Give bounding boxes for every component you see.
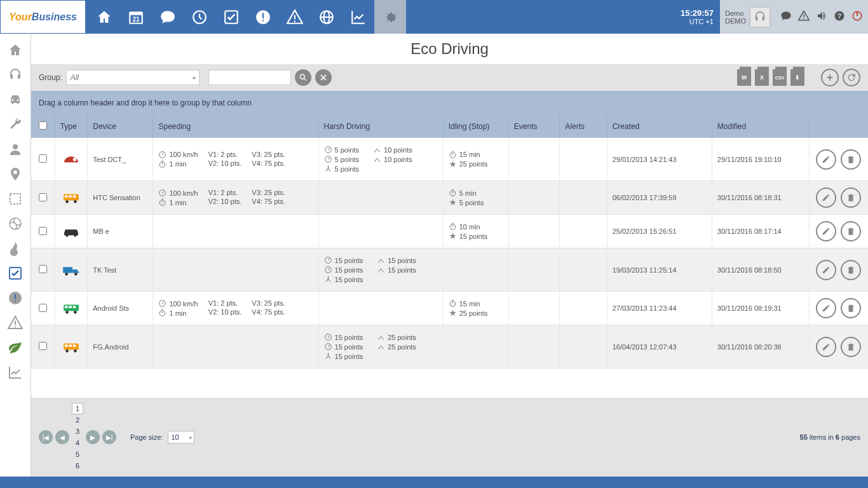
- side-support[interactable]: [0, 62, 31, 87]
- cell-type: [55, 138, 88, 181]
- row-checkbox[interactable]: [39, 227, 47, 235]
- header-created[interactable]: Created: [607, 115, 712, 138]
- nav-chat[interactable]: [152, 0, 184, 34]
- delete-button[interactable]: [841, 149, 861, 170]
- nav-clock[interactable]: [184, 0, 215, 34]
- side-alerts[interactable]: [0, 285, 31, 310]
- group-value: All: [71, 73, 79, 82]
- nav-warnings[interactable]: [279, 0, 311, 34]
- edit-button[interactable]: [816, 260, 836, 280]
- cell-actions: [809, 292, 868, 325]
- side-reports[interactable]: [0, 360, 31, 384]
- export-word[interactable]: W: [737, 69, 751, 86]
- row-checkbox-cell: [31, 248, 55, 292]
- edit-button[interactable]: [816, 298, 836, 318]
- warn-icon[interactable]: [798, 10, 810, 24]
- header-alerts[interactable]: Alerts: [560, 115, 607, 138]
- nav-calendar[interactable]: 21: [120, 0, 152, 34]
- row-checkbox[interactable]: [39, 304, 47, 312]
- row-checkbox[interactable]: [39, 342, 47, 350]
- side-warn[interactable]: [0, 310, 31, 335]
- edit-button[interactable]: [816, 221, 836, 241]
- group-label: Group:: [39, 73, 62, 82]
- info-pages-label: pages: [841, 433, 860, 441]
- row-checkbox[interactable]: [39, 193, 47, 201]
- nav-reports[interactable]: [342, 0, 374, 34]
- power-icon[interactable]: [851, 10, 863, 24]
- export-csv[interactable]: CSV: [773, 69, 787, 86]
- chat-icon[interactable]: [780, 10, 792, 24]
- add-button[interactable]: +: [821, 69, 839, 86]
- header-device[interactable]: Device: [88, 115, 153, 138]
- page-size-value: 10: [171, 433, 179, 441]
- side-fuel[interactable]: [0, 236, 31, 261]
- header-harsh[interactable]: Harsh Driving: [318, 115, 443, 138]
- logo[interactable]: YourBusiness: [0, 0, 86, 34]
- side-eco[interactable]: [0, 335, 31, 360]
- sound-icon[interactable]: [816, 10, 827, 24]
- group-hint[interactable]: Drag a column header and drop it here to…: [31, 91, 868, 115]
- cell-created: 19/03/2013 11:25:14: [607, 248, 712, 292]
- page-title: Eco Driving: [31, 34, 868, 64]
- clear-button[interactable]: [315, 69, 332, 86]
- side-zones[interactable]: [0, 186, 31, 211]
- side-tasks[interactable]: [0, 261, 31, 285]
- export-pdf[interactable]: ⬇: [790, 69, 804, 86]
- header-modified[interactable]: Modified: [712, 115, 809, 138]
- side-maintenance[interactable]: [0, 112, 31, 137]
- delete-button[interactable]: [841, 221, 861, 241]
- row-checkbox[interactable]: [39, 265, 47, 273]
- cell-modified: 30/11/2016 08:20:38: [712, 325, 809, 369]
- side-places[interactable]: [0, 161, 31, 186]
- pager-prev[interactable]: ◀: [55, 430, 69, 444]
- delete-button[interactable]: [841, 337, 861, 357]
- cell-actions: [809, 248, 868, 292]
- select-all-checkbox[interactable]: [39, 121, 47, 130]
- nav-settings[interactable]: [374, 0, 406, 34]
- refresh-button[interactable]: [843, 69, 860, 86]
- pager-page-5[interactable]: 5: [72, 449, 83, 460]
- edit-button[interactable]: [816, 149, 836, 170]
- top-nav: 21: [86, 0, 406, 34]
- nav-globe[interactable]: [311, 0, 342, 34]
- export-excel[interactable]: X: [755, 69, 769, 86]
- header-type[interactable]: Type: [55, 115, 88, 138]
- pager-page-2[interactable]: 2: [72, 414, 83, 426]
- group-select[interactable]: All: [66, 70, 200, 85]
- user-box[interactable]: Demo DEMO: [720, 0, 775, 34]
- help-icon[interactable]: [834, 10, 845, 24]
- pager-last[interactable]: ▶|: [102, 430, 116, 444]
- edit-button[interactable]: [816, 187, 836, 208]
- side-drivers[interactable]: [0, 137, 31, 161]
- row-checkbox[interactable]: [39, 154, 47, 163]
- pager-page-6[interactable]: 6: [72, 460, 83, 471]
- pager-first[interactable]: |◀: [39, 430, 53, 444]
- header-idling[interactable]: Idling (Stop): [443, 115, 508, 138]
- nav-home[interactable]: [88, 0, 120, 34]
- pager-page-4[interactable]: 4: [72, 437, 83, 449]
- delete-button[interactable]: [841, 298, 861, 318]
- delete-button[interactable]: [841, 187, 861, 208]
- pager-next[interactable]: ▶: [86, 430, 100, 444]
- page-size-select[interactable]: 10: [168, 431, 194, 444]
- header-events[interactable]: Events: [508, 115, 560, 138]
- info-items-label: items in: [810, 433, 834, 441]
- side-home[interactable]: [0, 37, 31, 62]
- search-input[interactable]: [208, 70, 291, 85]
- search-button[interactable]: [295, 69, 311, 86]
- header-speeding[interactable]: Speeding: [153, 115, 318, 138]
- pager-page-1[interactable]: 1: [72, 403, 83, 414]
- side-vehicles[interactable]: [0, 87, 31, 112]
- cell-speeding: [153, 325, 318, 369]
- delete-button[interactable]: [841, 260, 861, 280]
- pager-page-3[interactable]: 3: [72, 426, 83, 437]
- table-row: TK Test 15 points15 points15 points 15 p…: [31, 248, 868, 292]
- cell-alerts: [560, 248, 607, 292]
- edit-button[interactable]: [816, 337, 836, 357]
- side-globe[interactable]: [0, 211, 31, 236]
- cell-alerts: [560, 215, 607, 248]
- right-icons: [775, 0, 868, 34]
- nav-tasks[interactable]: [215, 0, 247, 34]
- nav-alerts[interactable]: [247, 0, 279, 34]
- svg-point-34: [74, 200, 77, 203]
